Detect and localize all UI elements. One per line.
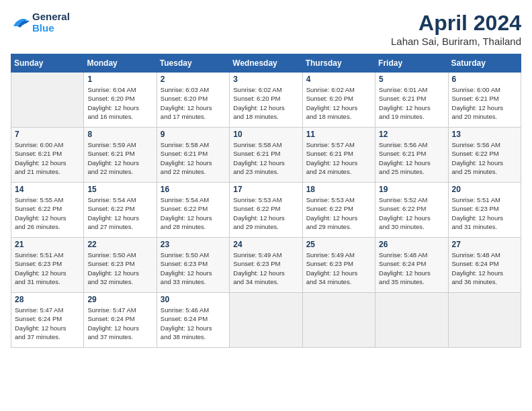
day-info: Sunrise: 5:53 AMSunset: 6:22 PMDaylight:… <box>306 195 371 231</box>
day-number: 6 <box>452 75 517 84</box>
calendar-table: SundayMondayTuesdayWednesdayThursdayFrid… <box>11 54 521 348</box>
day-number: 24 <box>233 240 298 249</box>
day-info: Sunrise: 5:50 AMSunset: 6:23 PMDaylight:… <box>87 250 152 286</box>
calendar-cell: 2Sunrise: 6:03 AMSunset: 6:20 PMDaylight… <box>157 73 229 128</box>
calendar-cell: 21Sunrise: 5:51 AMSunset: 6:23 PMDayligh… <box>11 238 84 293</box>
week-row: 28Sunrise: 5:47 AMSunset: 6:24 PMDayligh… <box>11 293 521 348</box>
calendar-cell: 13Sunrise: 5:56 AMSunset: 6:22 PMDayligh… <box>448 128 521 183</box>
day-info: Sunrise: 5:58 AMSunset: 6:21 PMDaylight:… <box>233 140 298 176</box>
calendar-cell: 7Sunrise: 6:00 AMSunset: 6:21 PMDaylight… <box>11 128 84 183</box>
calendar-cell: 30Sunrise: 5:46 AMSunset: 6:24 PMDayligh… <box>157 293 229 348</box>
logo-text: General Blue <box>32 11 70 34</box>
day-info: Sunrise: 5:48 AMSunset: 6:24 PMDaylight:… <box>452 250 517 286</box>
day-number: 10 <box>233 130 298 139</box>
day-info: Sunrise: 5:49 AMSunset: 6:23 PMDaylight:… <box>306 250 371 286</box>
day-info: Sunrise: 5:53 AMSunset: 6:22 PMDaylight:… <box>233 195 298 231</box>
calendar-cell: 27Sunrise: 5:48 AMSunset: 6:24 PMDayligh… <box>448 238 521 293</box>
day-number: 9 <box>161 130 226 139</box>
day-number: 3 <box>233 75 298 84</box>
week-row: 1Sunrise: 6:04 AMSunset: 6:20 PMDaylight… <box>11 73 521 128</box>
calendar-cell <box>448 293 521 348</box>
calendar-cell: 4Sunrise: 6:02 AMSunset: 6:20 PMDaylight… <box>302 73 375 128</box>
weekday-header-cell: Wednesday <box>230 54 302 73</box>
day-number: 2 <box>161 75 226 84</box>
week-row: 21Sunrise: 5:51 AMSunset: 6:23 PMDayligh… <box>11 238 521 293</box>
weekday-header-cell: Monday <box>84 54 157 73</box>
day-number: 21 <box>15 240 80 249</box>
day-info: Sunrise: 5:46 AMSunset: 6:24 PMDaylight:… <box>161 306 226 341</box>
day-number: 7 <box>15 130 80 139</box>
calendar-cell <box>230 293 302 348</box>
day-number: 27 <box>452 240 517 249</box>
day-number: 4 <box>306 75 371 84</box>
weekday-header-row: SundayMondayTuesdayWednesdayThursdayFrid… <box>11 54 521 73</box>
calendar-cell: 9Sunrise: 5:58 AMSunset: 6:21 PMDaylight… <box>157 128 229 183</box>
day-number: 17 <box>233 185 298 194</box>
calendar-cell: 8Sunrise: 5:59 AMSunset: 6:21 PMDaylight… <box>84 128 157 183</box>
calendar-body: 1Sunrise: 6:04 AMSunset: 6:20 PMDaylight… <box>11 73 521 348</box>
day-info: Sunrise: 5:49 AMSunset: 6:23 PMDaylight:… <box>233 250 298 286</box>
weekday-header-cell: Friday <box>375 54 448 73</box>
calendar-cell <box>302 293 375 348</box>
day-info: Sunrise: 5:54 AMSunset: 6:22 PMDaylight:… <box>161 195 226 231</box>
logo: General Blue <box>11 11 70 34</box>
day-info: Sunrise: 5:47 AMSunset: 6:24 PMDaylight:… <box>15 306 80 341</box>
calendar-cell: 26Sunrise: 5:48 AMSunset: 6:24 PMDayligh… <box>375 238 448 293</box>
day-info: Sunrise: 6:04 AMSunset: 6:20 PMDaylight:… <box>87 85 152 121</box>
day-number: 1 <box>87 75 152 84</box>
calendar-cell: 28Sunrise: 5:47 AMSunset: 6:24 PMDayligh… <box>11 293 84 348</box>
day-info: Sunrise: 5:50 AMSunset: 6:23 PMDaylight:… <box>161 250 226 286</box>
day-info: Sunrise: 6:00 AMSunset: 6:21 PMDaylight:… <box>452 85 517 121</box>
logo-icon <box>11 14 30 30</box>
calendar-cell: 17Sunrise: 5:53 AMSunset: 6:22 PMDayligh… <box>230 183 302 238</box>
day-number: 22 <box>87 240 152 249</box>
day-info: Sunrise: 6:01 AMSunset: 6:21 PMDaylight:… <box>379 85 444 121</box>
calendar-cell: 19Sunrise: 5:52 AMSunset: 6:22 PMDayligh… <box>375 183 448 238</box>
calendar-cell <box>375 293 448 348</box>
calendar-cell: 29Sunrise: 5:47 AMSunset: 6:24 PMDayligh… <box>84 293 157 348</box>
week-row: 14Sunrise: 5:55 AMSunset: 6:22 PMDayligh… <box>11 183 521 238</box>
calendar-cell: 22Sunrise: 5:50 AMSunset: 6:23 PMDayligh… <box>84 238 157 293</box>
day-number: 11 <box>306 130 371 139</box>
weekday-header-cell: Saturday <box>448 54 521 73</box>
calendar-cell <box>11 73 84 128</box>
day-number: 5 <box>379 75 444 84</box>
calendar-cell: 3Sunrise: 6:02 AMSunset: 6:20 PMDaylight… <box>230 73 302 128</box>
day-info: Sunrise: 5:51 AMSunset: 6:23 PMDaylight:… <box>15 250 80 286</box>
day-number: 12 <box>379 130 444 139</box>
calendar-cell: 12Sunrise: 5:56 AMSunset: 6:21 PMDayligh… <box>375 128 448 183</box>
day-info: Sunrise: 5:56 AMSunset: 6:22 PMDaylight:… <box>452 140 517 176</box>
title-block: April 2024 Lahan Sai, Buriram, Thailand <box>391 11 521 47</box>
day-info: Sunrise: 6:02 AMSunset: 6:20 PMDaylight:… <box>306 85 371 121</box>
weekday-header-cell: Sunday <box>11 54 84 73</box>
day-info: Sunrise: 5:51 AMSunset: 6:23 PMDaylight:… <box>452 195 517 231</box>
day-info: Sunrise: 6:03 AMSunset: 6:20 PMDaylight:… <box>161 85 226 121</box>
calendar-cell: 1Sunrise: 6:04 AMSunset: 6:20 PMDaylight… <box>84 73 157 128</box>
day-info: Sunrise: 5:52 AMSunset: 6:22 PMDaylight:… <box>379 195 444 231</box>
calendar-cell: 24Sunrise: 5:49 AMSunset: 6:23 PMDayligh… <box>230 238 302 293</box>
calendar-cell: 18Sunrise: 5:53 AMSunset: 6:22 PMDayligh… <box>302 183 375 238</box>
day-number: 19 <box>379 185 444 194</box>
day-number: 23 <box>161 240 226 249</box>
day-info: Sunrise: 5:58 AMSunset: 6:21 PMDaylight:… <box>161 140 226 176</box>
calendar-cell: 25Sunrise: 5:49 AMSunset: 6:23 PMDayligh… <box>302 238 375 293</box>
calendar-cell: 23Sunrise: 5:50 AMSunset: 6:23 PMDayligh… <box>157 238 229 293</box>
weekday-header-cell: Thursday <box>302 54 375 73</box>
day-number: 28 <box>15 295 80 304</box>
day-number: 29 <box>87 295 152 304</box>
calendar-cell: 14Sunrise: 5:55 AMSunset: 6:22 PMDayligh… <box>11 183 84 238</box>
day-number: 18 <box>306 185 371 194</box>
day-number: 26 <box>379 240 444 249</box>
calendar-cell: 11Sunrise: 5:57 AMSunset: 6:21 PMDayligh… <box>302 128 375 183</box>
day-number: 20 <box>452 185 517 194</box>
calendar-cell: 10Sunrise: 5:58 AMSunset: 6:21 PMDayligh… <box>230 128 302 183</box>
day-number: 16 <box>161 185 226 194</box>
calendar-cell: 15Sunrise: 5:54 AMSunset: 6:22 PMDayligh… <box>84 183 157 238</box>
day-number: 15 <box>87 185 152 194</box>
day-info: Sunrise: 5:56 AMSunset: 6:21 PMDaylight:… <box>379 140 444 176</box>
calendar-cell: 5Sunrise: 6:01 AMSunset: 6:21 PMDaylight… <box>375 73 448 128</box>
week-row: 7Sunrise: 6:00 AMSunset: 6:21 PMDaylight… <box>11 128 521 183</box>
day-info: Sunrise: 5:57 AMSunset: 6:21 PMDaylight:… <box>306 140 371 176</box>
day-info: Sunrise: 5:48 AMSunset: 6:24 PMDaylight:… <box>379 250 444 286</box>
calendar-cell: 6Sunrise: 6:00 AMSunset: 6:21 PMDaylight… <box>448 73 521 128</box>
